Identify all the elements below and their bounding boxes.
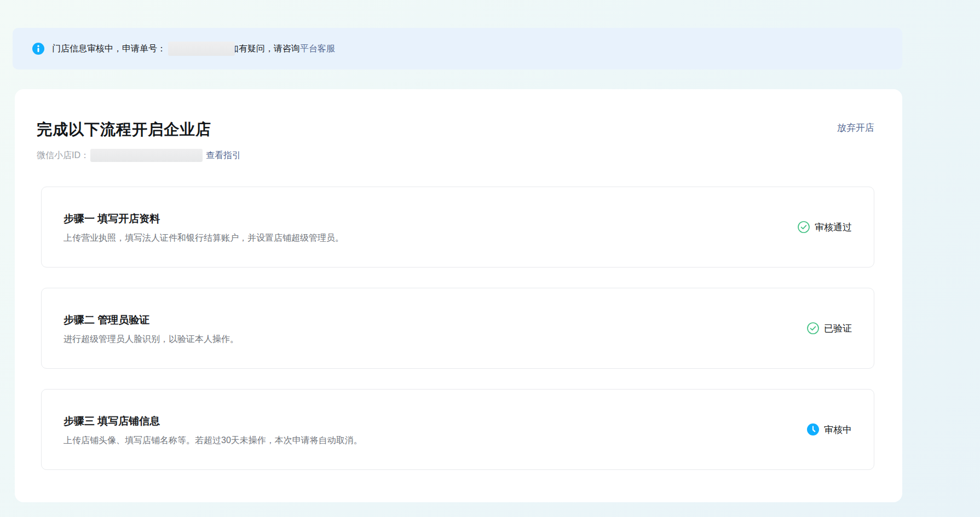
- banner-text-suffix: 如有疑问，请咨询: [230, 43, 300, 55]
- abandon-shop-link[interactable]: 放弃开店: [837, 120, 874, 136]
- shop-id-redacted: [90, 149, 203, 162]
- review-info-banner: 门店信息审核中，申请单号： 如有疑问，请咨询 平台客服: [13, 28, 902, 69]
- view-guide-link[interactable]: 查看指引: [206, 150, 241, 161]
- step-3-text: 步骤三 填写店铺信息 上传店铺头像、填写店铺名称等。若超过30天未操作，本次申请…: [64, 413, 362, 446]
- info-icon: [32, 43, 44, 55]
- step-1-text: 步骤一 填写开店资料 上传营业执照，填写法人证件和银行结算账户，并设置店铺超级管…: [64, 211, 344, 244]
- page-title: 完成以下流程开启企业店: [37, 120, 211, 140]
- card-header: 完成以下流程开启企业店 放弃开店: [37, 118, 874, 140]
- step-2-text: 步骤二 管理员验证 进行超级管理员人脸识别，以验证本人操作。: [64, 312, 239, 345]
- step-2-title: 步骤二 管理员验证: [64, 313, 239, 327]
- shop-id-row: 微信小店ID： 查看指引: [37, 149, 874, 162]
- step-3-status-text: 审核中: [824, 423, 852, 436]
- step-card-3: 步骤三 填写店铺信息 上传店铺头像、填写店铺名称等。若超过30天未操作，本次申请…: [41, 389, 874, 470]
- step-card-1: 步骤一 填写开店资料 上传营业执照，填写法人证件和银行结算账户，并设置店铺超级管…: [41, 187, 874, 268]
- shop-id-label: 微信小店ID：: [37, 150, 89, 161]
- step-1-title: 步骤一 填写开店资料: [64, 212, 344, 226]
- check-circle-icon: [798, 221, 810, 233]
- banner-message: 门店信息审核中，申请单号： 如有疑问，请咨询 平台客服: [52, 42, 335, 56]
- check-circle-icon: [807, 322, 819, 334]
- banner-text-prefix: 门店信息审核中，申请单号：: [52, 43, 166, 55]
- step-3-status-badge: 审核中: [807, 423, 852, 436]
- step-3-description: 上传店铺头像、填写店铺名称等。若超过30天未操作，本次申请将自动取消。: [64, 434, 362, 446]
- step-1-status-text: 审核通过: [815, 221, 852, 234]
- platform-support-link[interactable]: 平台客服: [300, 43, 335, 55]
- steps-list: 步骤一 填写开店资料 上传营业执照，填写法人证件和银行结算账户，并设置店铺超级管…: [41, 187, 874, 470]
- step-2-status-badge: 已验证: [807, 322, 852, 335]
- onboarding-card: 完成以下流程开启企业店 放弃开店 微信小店ID： 查看指引 步骤一 填写开店资料…: [15, 89, 902, 502]
- step-card-2: 步骤二 管理员验证 进行超级管理员人脸识别，以验证本人操作。 已验证: [41, 288, 874, 369]
- order-number-redacted: [168, 42, 235, 56]
- step-1-status-badge: 审核通过: [798, 221, 852, 234]
- step-2-description: 进行超级管理员人脸识别，以验证本人操作。: [64, 333, 239, 345]
- step-2-status-text: 已验证: [824, 322, 852, 335]
- step-1-description: 上传营业执照，填写法人证件和银行结算账户，并设置店铺超级管理员。: [64, 232, 344, 244]
- clock-icon: [807, 423, 819, 435]
- step-3-title: 步骤三 填写店铺信息: [64, 414, 362, 428]
